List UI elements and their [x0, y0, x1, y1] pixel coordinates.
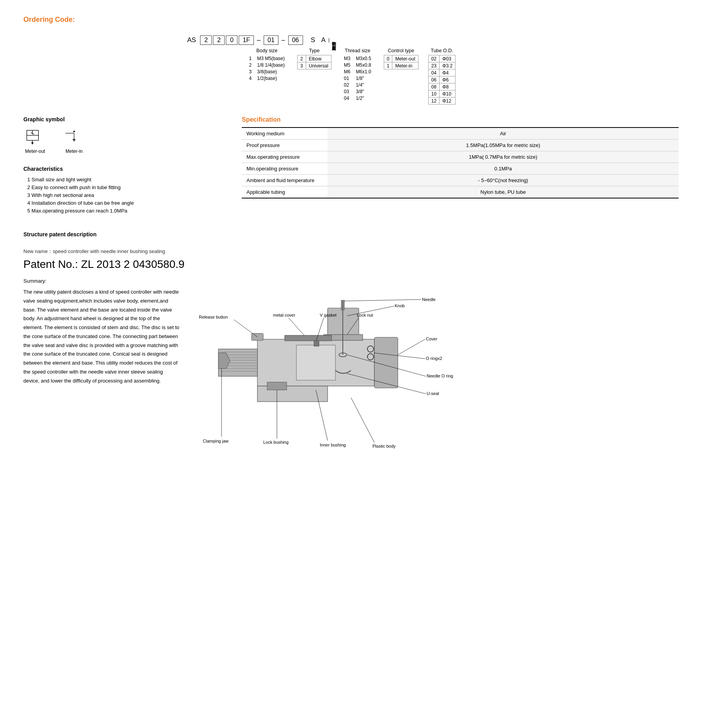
- tube-od-block: Tube O.D. 02Φ03 23Φ3.2 04Φ4 06Φ6 08Φ8 10…: [428, 48, 456, 105]
- char-item-1: Small size and light weight: [27, 177, 218, 182]
- spec-row-max: Max.operating pressure 1MPa( 0.7MPa for …: [242, 151, 679, 163]
- patent-text-col: Summary: The new utility patent disclose…: [23, 277, 179, 464]
- structure-patent-section: Structure patent description New name：sp…: [23, 231, 679, 464]
- label-clamping-jaw: Clamping jaw: [203, 439, 229, 443]
- thread-row-02: 021/4": [341, 81, 374, 88]
- label-o-ring: O ringx2: [426, 356, 442, 361]
- spec-label-tubing: Applicable tubing: [242, 186, 328, 198]
- right-column: Specification Working medium Air Proof p…: [242, 116, 679, 216]
- spec-label-max: Max.operating pressure: [242, 151, 328, 163]
- thread-row-m3: M3M3x0.5: [341, 55, 374, 62]
- svg-marker-9: [73, 130, 75, 132]
- char-item-5: Max.operating pressure can reach 1.0MPa: [27, 208, 218, 214]
- meter-in-symbol: Meter-in: [62, 127, 86, 154]
- body-size-row-2: 21/8 1/4(base): [246, 62, 287, 68]
- meter-out-label: Meter-out: [25, 149, 45, 154]
- control-row-0: 0Meter-out: [384, 55, 418, 62]
- type-row-2: 3Universal: [298, 62, 332, 69]
- tube-row-23: 23Φ3.2: [428, 62, 456, 69]
- code-box-5: 01: [264, 35, 278, 45]
- tube-row-04: 04Φ4: [428, 69, 456, 76]
- svg-line-41: [344, 299, 421, 301]
- code-a: A: [321, 36, 325, 44]
- patent-new-name: New name：speed controller with needle in…: [23, 248, 679, 255]
- spec-value-min: 0.1MPa: [328, 163, 679, 175]
- graphic-symbols: Meter-out Meter-in: [23, 127, 218, 154]
- patent-number: Patent No.: ZL 2013 2 0430580.9: [23, 258, 679, 271]
- svg-marker-30: [314, 340, 319, 346]
- annotation-container: Body size 1M3 M5(base) 21/8 1/4(base) 33…: [164, 48, 538, 105]
- spec-label-medium: Working medium: [242, 128, 328, 140]
- ordering-code-section: AS 2 2 0 1F – 01 – 06 S A 带数控制 新款推压定型 Bo…: [23, 35, 679, 105]
- char-item-3: With high net sectional area: [27, 192, 218, 198]
- meter-in-label: Meter-in: [66, 149, 83, 154]
- label-knob: Knob: [395, 303, 405, 308]
- spec-table: Working medium Air Proof pressure 1.5MPa…: [242, 127, 679, 198]
- svg-line-49: [351, 398, 374, 443]
- svg-marker-6: [31, 142, 34, 144]
- code-box-6: 06: [288, 35, 303, 45]
- body-size-row-1: 1M3 M5(base): [246, 55, 287, 62]
- graphic-symbol-title: Graphic symbol: [23, 116, 218, 122]
- code-prefix: AS: [187, 36, 196, 44]
- thread-row-04: 041/2": [341, 95, 374, 101]
- characteristics-section: Characteristics Small size and light wei…: [23, 166, 218, 214]
- control-type-block: Control type 0Meter-out 1Meter-in: [384, 48, 418, 105]
- tube-od-label: Tube O.D.: [428, 48, 456, 53]
- spec-row-proof: Proof pressure 1.5MPa(1.05MPa for metric…: [242, 140, 679, 151]
- chinese-annot: 带数控制 新款推压定型: [327, 38, 337, 43]
- code-box-3: 0: [226, 35, 238, 45]
- tube-od-table: 02Φ03 23Φ3.2 04Φ4 06Φ6 08Φ8 10Φ10 12Φ12: [428, 55, 456, 105]
- specification-title: Specification: [242, 116, 679, 123]
- spec-value-medium: Air: [328, 128, 679, 140]
- label-needle: Needle: [422, 297, 436, 302]
- body-size-row-3: 33/8(base): [246, 68, 287, 75]
- label-release-button: Release button: [199, 315, 228, 319]
- body-size-block: Body size 1M3 M5(base) 21/8 1/4(base) 33…: [246, 48, 287, 105]
- meter-out-symbol: Meter-out: [23, 127, 47, 154]
- characteristics-title: Characteristics: [23, 166, 218, 172]
- type-label: Type: [297, 48, 332, 53]
- summary-label: Summary:: [23, 277, 179, 285]
- thread-row-01: 011/8": [341, 75, 374, 81]
- left-column: Graphic symbol Meter-out: [23, 116, 218, 216]
- thread-row-m6: M6M6x1.0: [341, 68, 374, 75]
- spec-label-temp: Ambient and fluid temperature: [242, 175, 328, 186]
- tube-row-10: 10Φ10: [428, 90, 456, 97]
- thread-size-block: Thread size M3M3x0.5 M5M5x0.8 M6M6x1.0 0…: [341, 48, 374, 105]
- label-metal-cover: metal cover: [273, 313, 295, 317]
- spec-value-proof: 1.5MPa(1.05MPa for metric size): [328, 140, 679, 151]
- svg-line-37: [289, 318, 304, 335]
- main-layout: Graphic symbol Meter-out: [23, 116, 679, 216]
- svg-line-36: [234, 320, 257, 337]
- control-row-1: 1Meter-in: [384, 62, 418, 69]
- control-type-table: 0Meter-out 1Meter-in: [384, 55, 418, 69]
- meter-out-svg: [23, 127, 47, 147]
- code-box-1: 2: [200, 35, 212, 45]
- structure-patent-title: Structure patent description: [23, 231, 679, 237]
- svg-rect-15: [374, 337, 398, 388]
- code-s: S: [311, 36, 315, 44]
- spec-value-temp: - 5~60°C(not freezing): [328, 175, 679, 186]
- thread-row-m5: M5M5x0.8: [341, 62, 374, 68]
- tube-row-12: 12Φ12: [428, 97, 456, 105]
- label-needle-o-ring: Needle O ring: [427, 374, 453, 378]
- code-box-2: 2: [213, 35, 225, 45]
- characteristics-list: Small size and light weight Easy to conn…: [23, 177, 218, 214]
- patent-body: Summary: The new utility patent disclose…: [23, 277, 679, 464]
- spec-row-temp: Ambient and fluid temperature - 5~60°C(n…: [242, 175, 679, 186]
- label-inner-bushing: Inner bushing: [320, 443, 346, 447]
- svg-line-42: [398, 339, 425, 355]
- code-box-4: 1F: [239, 35, 254, 45]
- tube-row-06: 06Φ6: [428, 76, 456, 83]
- chinese-text: 带数控制 新款推压定型: [329, 38, 337, 43]
- spec-label-min: Min.operating pressure: [242, 163, 328, 175]
- summary-text: The new utility patent discloses a kind …: [23, 288, 179, 385]
- svg-rect-29: [285, 335, 332, 341]
- spec-value-tubing: Nylon tube, PU tube: [328, 186, 679, 198]
- tube-row-08: 08Φ8: [428, 83, 456, 90]
- label-plastic-body: Plastic body: [372, 444, 396, 448]
- body-size-row-4: 41/2(base): [246, 75, 287, 81]
- label-u-seal: U-seal: [427, 391, 439, 396]
- spec-row-medium: Working medium Air: [242, 128, 679, 140]
